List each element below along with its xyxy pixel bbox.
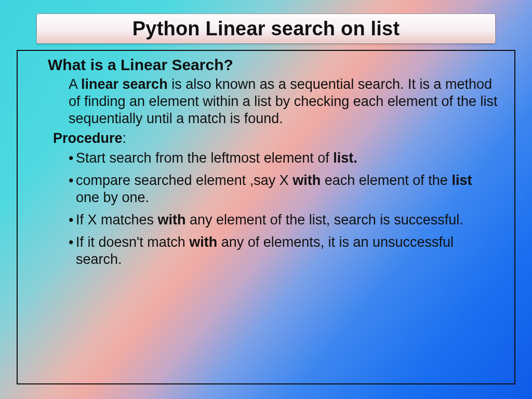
bullet-bold: with xyxy=(189,234,217,250)
procedure-list: Start search from the leftmost element o… xyxy=(69,150,499,268)
bullet-bold: list. xyxy=(333,150,357,166)
definition-paragraph: A linear search is also known as a seque… xyxy=(69,76,499,127)
bullet-text: any element of the list, search is succe… xyxy=(186,212,463,228)
bullet-text: If it doesn't match xyxy=(76,234,189,250)
list-item: If it doesn't match with any of elements… xyxy=(69,234,499,268)
section-heading: What is a Linear Search? xyxy=(48,56,504,74)
definition-bold: linear search xyxy=(81,76,168,92)
slide-title: Python Linear search on list xyxy=(132,18,400,40)
procedure-label-bold: Procedure xyxy=(53,130,123,146)
content-frame: What is a Linear Search? A linear search… xyxy=(17,50,515,384)
slide-title-box: Python Linear search on list xyxy=(36,14,496,44)
bullet-bold: with xyxy=(292,172,321,188)
bullet-text: Start search from the leftmost element o… xyxy=(76,150,333,166)
list-item: If X matches with any element of the lis… xyxy=(69,211,499,229)
bullet-text: compare searched element ,say X xyxy=(76,172,292,188)
definition-pre: A xyxy=(69,76,81,92)
list-item: compare searched element ,say X with eac… xyxy=(69,172,499,206)
procedure-label-colon: : xyxy=(123,130,127,146)
bullet-bold: with xyxy=(158,212,186,228)
bullet-bold: list xyxy=(451,172,472,188)
bullet-text: one by one. xyxy=(76,190,149,205)
list-item: Start search from the leftmost element o… xyxy=(69,150,499,167)
bullet-text: each element of the xyxy=(321,172,451,188)
procedure-label: Procedure: xyxy=(53,130,504,147)
bullet-text: If X matches xyxy=(76,212,158,228)
